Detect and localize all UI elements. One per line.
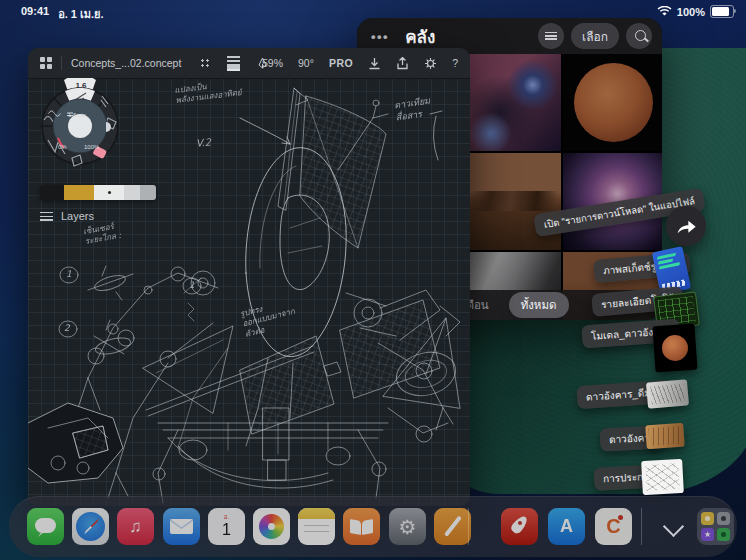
dock-app-settings[interactable]: ⚙ [389,508,426,545]
wifi-icon [657,6,672,17]
mini-app-camera [717,512,730,525]
export-share-icon[interactable] [396,57,409,70]
music-note-icon: ♫ [129,517,142,537]
dock-app-notes[interactable] [298,508,335,545]
layers-toggle[interactable]: Layers [40,210,94,222]
dock-app-calendar[interactable]: อ. 1 [208,508,245,545]
dock-divider-1 [468,508,469,545]
swatch-light-gray[interactable] [124,185,140,200]
photos-title: คลัง [405,23,435,50]
pen-icon [444,515,462,536]
battery-percent: 100% [677,6,705,18]
drag-thumb-mars-model[interactable] [652,324,697,373]
dock-app-safari[interactable] [72,508,109,545]
swatch-white-selected[interactable] [94,185,124,200]
tab-all[interactable]: ทั้งหมด [509,292,569,318]
gear-icon: ⚙ [399,515,417,539]
rotation-value[interactable]: 90° [298,57,314,69]
brush-size-label: 1.6 pts [68,112,86,118]
status-date: อ. 1 เม.ย. [58,5,103,23]
dock-app-photos[interactable] [253,508,290,545]
dock: ♫ อ. 1 ⚙ A C ★ [9,496,737,557]
mini-app-green [717,528,730,541]
import-icon[interactable] [368,57,381,70]
dock-app-library[interactable]: ★ [697,508,734,545]
forward-arrow-icon [675,217,697,235]
status-bar: 09:41 อ. 1 เม.ย. 100% [0,0,746,22]
dock-app-drawing[interactable] [434,508,471,545]
concepts-window: Concepts_...02.concept 59% 90° PRO [28,48,470,506]
drag-thumb-deimos-photo[interactable] [646,379,689,408]
dock-app-concepts[interactable]: C [595,508,632,545]
search-button[interactable] [626,23,652,49]
concepts-titlebar: Concepts_...02.concept 59% 90° PRO [28,48,470,79]
dock-app-appstore[interactable]: A [548,508,585,545]
filter-lines-icon [545,32,557,40]
layers-panel-icon[interactable] [227,56,240,71]
brush-size-value: 1.6 [72,81,90,90]
help-button[interactable]: ? [452,57,458,69]
layers-label: Layers [61,210,94,222]
dock-app-messages[interactable] [27,508,64,545]
dock-app-books[interactable] [343,508,380,545]
dock-chevron-down-icon[interactable] [663,516,684,537]
photo-horsehead-nebula[interactable] [460,54,561,151]
opacity-max-label: 100% [84,144,99,150]
search-icon [635,30,646,41]
swatch-gray[interactable] [140,185,156,200]
select-button[interactable]: เลือก [571,23,619,49]
settings-gear-icon[interactable] [424,57,437,70]
status-time: 09:41 [21,5,49,23]
layers-list-icon [40,212,53,221]
dock-app-mail[interactable] [163,508,200,545]
opacity-min-label: 0% [58,144,67,150]
tool-wheel-graphic [34,78,126,178]
calendar-day: 1 [208,522,245,538]
photo-mars-globe[interactable] [563,54,662,151]
annotation-number-1: 1 [66,269,72,281]
tool-wheel[interactable]: 1.6 1.6 pts 0% 100% [34,78,126,178]
pro-badge[interactable]: PRO [329,57,353,69]
dock-divider-2 [641,508,642,545]
precision-grid-icon[interactable] [199,57,211,69]
annotation-number-1b: 1 [189,280,195,292]
drag-thumb-mars-map[interactable] [645,423,685,450]
drag-thumb-assembly-sketch[interactable] [641,459,684,495]
annotation-version: V.2 [195,135,211,149]
window-menu-ellipsis-icon[interactable]: ••• [371,29,389,44]
swatch-gold[interactable] [64,185,94,200]
dock-app-rocket[interactable] [501,508,538,545]
mini-app-yellow [701,512,714,525]
appstore-a-icon: A [560,516,573,537]
annotation-satellite: ดาวเทียม สื่อสาร [394,96,433,124]
zoom-level[interactable]: 59% [262,57,283,69]
ipad-screen: 09:41 อ. 1 เม.ย. 100% ••• คลัง เลือก [0,0,746,560]
document-title[interactable]: Concepts_...02.concept [71,57,181,69]
mini-app-star: ★ [701,528,714,541]
gallery-grid-icon[interactable] [40,57,52,69]
share-drag-button[interactable] [666,206,706,246]
filter-button[interactable] [538,23,564,49]
dock-app-music[interactable]: ♫ [117,508,154,545]
color-swatch-bar [40,185,156,200]
battery-icon [710,5,734,18]
swatch-black[interactable] [40,185,64,200]
annotation-number-2: 2 [64,323,70,335]
